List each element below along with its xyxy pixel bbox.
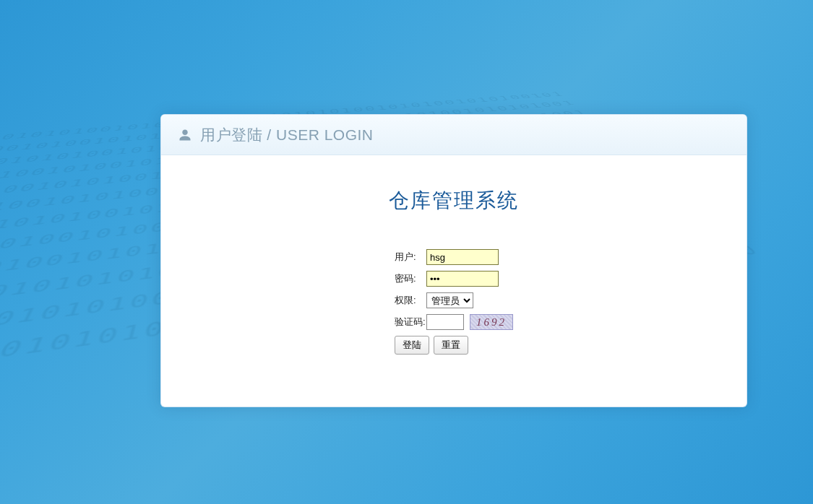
system-title: 仓库管理系统 xyxy=(161,187,747,214)
reset-button[interactable]: 重置 xyxy=(434,336,468,355)
panel-body: 仓库管理系统 用户: 密码: 权限: 管理员 验证码: 1692 xyxy=(161,155,747,355)
role-label: 权限: xyxy=(395,294,426,307)
user-icon xyxy=(178,129,192,142)
login-panel: 用户登陆 / USER LOGIN 仓库管理系统 用户: 密码: 权限: 管理员… xyxy=(160,114,747,407)
login-button[interactable]: 登陆 xyxy=(395,336,429,355)
captcha-row: 验证码: 1692 xyxy=(395,314,513,330)
captcha-input[interactable] xyxy=(426,314,464,330)
captcha-image[interactable]: 1692 xyxy=(470,314,513,330)
role-select[interactable]: 管理员 xyxy=(426,292,473,308)
password-row: 密码: xyxy=(395,271,513,287)
button-row: 登陆 重置 xyxy=(395,336,513,355)
captcha-label: 验证码: xyxy=(395,316,426,329)
login-form: 用户: 密码: 权限: 管理员 验证码: 1692 登陆 重置 xyxy=(395,249,513,355)
password-input[interactable] xyxy=(426,271,499,287)
password-label: 密码: xyxy=(395,272,426,285)
role-row: 权限: 管理员 xyxy=(395,292,513,308)
username-input[interactable] xyxy=(426,249,499,265)
user-row: 用户: xyxy=(395,249,513,265)
user-label: 用户: xyxy=(395,251,426,264)
panel-header: 用户登陆 / USER LOGIN xyxy=(161,115,747,155)
panel-header-title: 用户登陆 / USER LOGIN xyxy=(200,125,374,145)
